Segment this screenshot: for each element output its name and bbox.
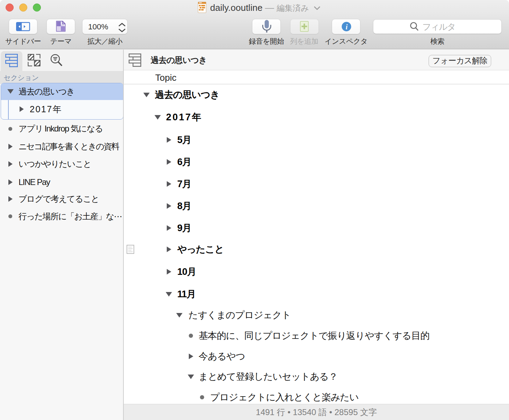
svg-text:i: i	[346, 23, 348, 31]
